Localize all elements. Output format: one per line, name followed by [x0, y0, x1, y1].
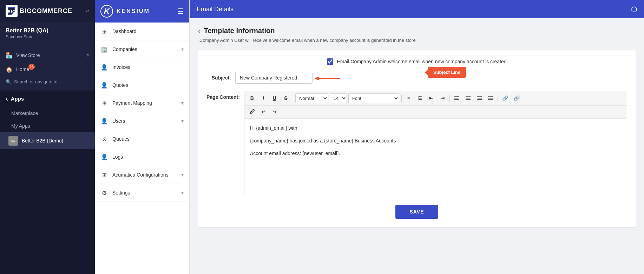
kensium-logo: K KENSIUM: [100, 5, 150, 18]
template-card: Email Company Admin welcome email when n…: [198, 50, 636, 227]
kensium-sidebar: K KENSIUM ☰ ⊞ Dashboard 🏢 Companies ▾ 👤 …: [95, 0, 190, 274]
main-body: ‹ Template Information Company Admin Use…: [190, 18, 644, 274]
exit-icon[interactable]: ⬡: [631, 5, 637, 13]
acumatica-chevron-icon: ▾: [181, 172, 184, 178]
settings-icon: ⚙: [100, 189, 108, 197]
home-label: Home: [16, 66, 29, 72]
toolbar-divider-1: [293, 95, 293, 102]
back-button[interactable]: ‹: [198, 27, 201, 35]
justify-icon: [488, 96, 493, 101]
align-left-button[interactable]: [452, 93, 462, 103]
payment-mapping-label: Payment Mapping: [112, 100, 152, 106]
nav-item-quotes[interactable]: 👤 Quotes: [95, 76, 189, 94]
nav-item-users[interactable]: 👤 Users ▾: [95, 112, 189, 130]
acumatica-icon: ⊞: [100, 171, 108, 179]
bold-button[interactable]: B: [247, 93, 257, 103]
unlink-button[interactable]: 🔗: [512, 93, 522, 103]
search-icon: 🔍: [6, 79, 11, 84]
editor-body[interactable]: Hi {admin_email} with {company_name} has…: [244, 119, 627, 196]
sidebar-item-my-apps[interactable]: My Apps: [0, 120, 95, 132]
font-family-select[interactable]: Font Arial Times New Roman Courier New: [348, 93, 399, 103]
quotes-icon: 👤: [100, 81, 108, 89]
nav-item-acumatica-configurations[interactable]: ⊞ Acumatica Configurations ▾: [95, 166, 189, 184]
home-badge: 16: [28, 64, 35, 70]
home-icon: 🏠: [6, 66, 13, 73]
nav-item-companies[interactable]: 🏢 Companies ▾: [95, 40, 189, 58]
bc-header: BIG BIGCOMMERCE «: [0, 0, 95, 22]
template-title: Template Information: [204, 27, 275, 35]
kensium-header: K KENSIUM ☰: [95, 0, 189, 23]
logs-label: Logs: [112, 154, 123, 160]
bc-store-info: Better B2B (QA) Sandbox Store: [0, 22, 95, 45]
editor-toolbar-row2: 🖊 ↩ ↪: [244, 106, 627, 119]
nav-item-dashboard[interactable]: ⊞ Dashboard: [95, 23, 189, 40]
settings-label: Settings: [112, 190, 130, 196]
queues-icon: ⊙: [100, 135, 108, 143]
format-select[interactable]: Normal Heading 1 Heading 2 Heading 3: [295, 93, 328, 103]
kensium-logo-text: KENSIUM: [117, 8, 150, 14]
bc-logo: BIG BIGCOMMERCE: [6, 5, 72, 17]
editor-line-2: {company_name} has joined as a {store_na…: [250, 137, 621, 145]
editor-line-3: Account email address: {newuser_email}.: [250, 149, 621, 158]
highlight-button[interactable]: 🖊: [247, 107, 257, 117]
sidebar-item-marketplace[interactable]: Marketplace: [0, 107, 95, 120]
app-demo-label: Better B2B (Demo): [22, 138, 63, 144]
subject-arrow-icon: [315, 73, 343, 84]
bc-search-bar[interactable]: 🔍 Search or navigate to...: [0, 76, 95, 87]
save-button[interactable]: SAVE: [395, 205, 438, 219]
external-link-icon: ↗: [85, 52, 89, 58]
nav-item-queues[interactable]: ⊙ Queues: [95, 130, 189, 148]
users-chevron-icon: ▾: [181, 118, 184, 124]
kensium-menu-button[interactable]: ☰: [177, 7, 184, 15]
align-center-button[interactable]: [463, 93, 473, 103]
apps-section-header[interactable]: ‹ Apps: [0, 90, 95, 107]
page-title: Email Details: [197, 6, 234, 13]
decrease-indent-button[interactable]: ⇤: [426, 93, 436, 103]
app-demo-icon: BB: [8, 136, 18, 146]
bc-store-name: Better B2B (QA): [6, 27, 89, 34]
ordered-list-button[interactable]: 1. 2. 3.: [415, 93, 425, 103]
nav-item-settings[interactable]: ⚙ Settings ▾: [95, 184, 189, 202]
invoices-icon: 👤: [100, 63, 108, 71]
editor-line-1: Hi {admin_email} with: [250, 124, 621, 133]
unordered-list-button[interactable]: ≡: [404, 93, 414, 103]
apps-back-icon: ‹: [6, 95, 8, 103]
nav-item-logs[interactable]: 👤 Logs: [95, 148, 189, 166]
companies-label: Companies: [112, 46, 137, 52]
nav-item-payment-mapping[interactable]: ⊞ Payment Mapping ▾: [95, 94, 189, 112]
align-right-button[interactable]: [474, 93, 484, 103]
strikethrough-button[interactable]: S: [281, 93, 291, 103]
bc-nav-items: 🏪 View Store ↗ 🏠 Home 16 🔍 Search or nav…: [0, 45, 95, 90]
font-size-select[interactable]: 14 8 10 12 16 18 24: [330, 93, 347, 103]
subject-input[interactable]: [235, 72, 313, 84]
store-icon: 🏪: [6, 52, 13, 59]
align-center-icon: [466, 96, 471, 101]
increase-indent-button[interactable]: ⇥: [438, 93, 447, 103]
underline-button[interactable]: U: [270, 93, 280, 103]
undo-button[interactable]: ↩: [258, 107, 268, 117]
queues-label: Queues: [112, 136, 130, 142]
link-button[interactable]: 🔗: [500, 93, 510, 103]
italic-button[interactable]: I: [258, 93, 268, 103]
redo-button[interactable]: ↪: [270, 107, 280, 117]
sidebar-item-better-b2b-demo[interactable]: BB Better B2B (Demo): [0, 132, 95, 149]
kensium-nav: ⊞ Dashboard 🏢 Companies ▾ 👤 Invoices 👤 Q…: [95, 23, 189, 274]
sidebar-item-home[interactable]: 🏠 Home 16: [0, 62, 95, 76]
view-store-label: View Store: [16, 52, 40, 58]
bc-store-subtitle: Sandbox Store: [6, 34, 89, 39]
bc-collapse-button[interactable]: «: [86, 8, 89, 14]
svg-text:3.: 3.: [418, 98, 419, 100]
sidebar-item-view-store[interactable]: 🏪 View Store ↗: [0, 48, 95, 62]
email-checkbox[interactable]: [327, 58, 333, 65]
justify-button[interactable]: [486, 93, 495, 103]
template-info-header: ‹ Template Information: [198, 27, 636, 35]
ol-icon: 1. 2. 3.: [418, 96, 422, 101]
dashboard-icon: ⊞: [100, 27, 108, 35]
subject-label: Subject:: [206, 75, 231, 81]
apps-label: Apps: [11, 96, 24, 102]
email-checkbox-label: Email Company Admin welcome email when n…: [337, 59, 506, 64]
template-description: Company Admin User will receive a welcom…: [199, 38, 636, 43]
nav-item-invoices[interactable]: 👤 Invoices: [95, 58, 189, 76]
bc-logo-icon: BIG: [6, 5, 18, 17]
search-placeholder: Search or navigate to...: [14, 79, 61, 84]
